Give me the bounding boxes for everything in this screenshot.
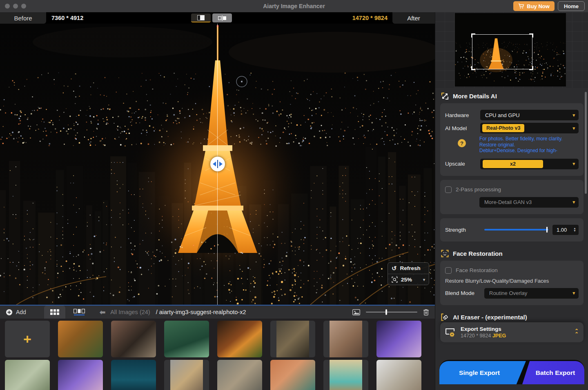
thumb-goats-pasture[interactable] <box>5 360 50 390</box>
thumb-coastal-town[interactable] <box>323 360 368 390</box>
strength-slider[interactable] <box>484 229 548 230</box>
buy-now-label: Buy Now <box>527 3 550 9</box>
export-settings-card[interactable]: Export Settings 14720 * 9824 JPEG ⌃⌃ <box>440 322 584 342</box>
blend-mode-dropdown[interactable]: Routine Overlay ▾ <box>484 288 579 299</box>
thumbnail-image <box>111 360 156 390</box>
thumb-tiger[interactable] <box>58 321 103 357</box>
after-tab[interactable]: After <box>392 12 435 24</box>
thumbnail-image <box>330 321 362 357</box>
thumb-robin-bird[interactable] <box>164 360 209 390</box>
thumbnail-image <box>164 321 209 357</box>
compare-slider-handle[interactable] <box>210 157 225 171</box>
thumb-purple-coral[interactable] <box>376 321 421 357</box>
ai-eraser-icon <box>441 313 449 321</box>
viewport-corner <box>471 66 475 70</box>
single-export-button[interactable]: Single Export <box>439 361 526 384</box>
thumb-butterfly[interactable] <box>111 321 156 357</box>
gan-model-value: More-Detail GAN v3 <box>484 199 532 205</box>
hardware-dropdown[interactable]: CPU and GPU ▾ <box>480 110 579 120</box>
before-tab[interactable]: Before <box>0 12 46 24</box>
grid-view-icon <box>50 309 59 315</box>
title-bar: Aiarty Image Enhancer Buy Now Home <box>0 0 588 12</box>
thumbnail-image <box>217 360 262 390</box>
side-by-side-view-button[interactable] <box>212 13 232 22</box>
app-window: Aiarty Image Enhancer Buy Now Home Befor… <box>0 0 588 390</box>
ai-model-value-pill: Real-Photo v3 <box>482 124 524 132</box>
thumbnail-size-knob[interactable] <box>385 309 387 315</box>
home-label: Home <box>564 3 579 9</box>
thumbnail-size-icon <box>352 309 360 315</box>
blend-mode-label: Blend Mode <box>445 290 484 296</box>
face-restoration-checkbox[interactable] <box>445 267 452 274</box>
zoom-window-icon[interactable] <box>21 4 26 9</box>
strength-slider-knob[interactable] <box>546 227 548 233</box>
side-by-side-icon <box>218 16 226 21</box>
thumb-woman-portrait[interactable] <box>323 321 368 357</box>
more-details-title: More Details AI <box>453 93 497 100</box>
more-details-card: Hardware CPU and GPU ▾ AI Model Real-Pho… <box>440 103 584 176</box>
collapse-chevrons-icon[interactable]: ⌃⌃ <box>575 329 579 336</box>
add-image-button[interactable]: Add <box>6 309 26 316</box>
settings-panel: More Details AI Hardware CPU and GPU ▾ A… <box>435 12 588 390</box>
thumb-vintage-street[interactable] <box>217 360 262 390</box>
filmstrip-view-button[interactable] <box>69 306 90 319</box>
plus-circle-icon <box>6 309 13 316</box>
thumb-deer-snow[interactable] <box>376 360 421 390</box>
split-view-icon <box>197 15 205 20</box>
strength-value: 1.00 <box>557 227 567 233</box>
back-arrow-icon[interactable]: ⬅ <box>100 308 105 317</box>
more-details-section-header: More Details AI <box>435 88 588 103</box>
face-restoration-card: Face Restoration Restore Blurry/Low-Qual… <box>440 261 584 305</box>
export-buttons-bar: Single Export Batch Export <box>439 360 584 384</box>
batch-export-button[interactable]: Batch Export <box>522 361 584 384</box>
strength-stepper[interactable]: ▲▼ <box>573 227 576 232</box>
traffic-lights[interactable] <box>5 4 26 9</box>
navigator-viewport-rect[interactable] <box>472 34 532 69</box>
all-images-link[interactable]: All Images (24) <box>110 309 150 315</box>
add-image-tile[interactable]: + <box>5 321 50 357</box>
navigator-image[interactable] <box>455 13 566 86</box>
strength-value-box[interactable]: 1.00 ▲▼ <box>552 225 579 235</box>
panel-scrollbar[interactable] <box>585 92 587 194</box>
viewport-corner <box>471 33 475 38</box>
buy-now-button[interactable]: Buy Now <box>513 1 555 11</box>
trash-icon[interactable] <box>423 309 429 316</box>
thumbnail-image <box>376 321 421 357</box>
thumbnail-size-slider[interactable] <box>366 309 417 315</box>
refresh-button[interactable]: ↺ Refresh <box>388 263 429 274</box>
ai-model-dropdown[interactable]: Real-Photo v3 ▾ <box>480 123 579 133</box>
thumbnail-image <box>170 360 203 390</box>
home-button[interactable]: Home <box>558 1 585 11</box>
slider-handle-bar <box>217 160 218 168</box>
thumb-steampunk-dog[interactable] <box>270 321 315 357</box>
chevron-down-icon: ▾ <box>572 161 575 166</box>
thumb-harbor-aerial[interactable] <box>270 360 315 390</box>
help-icon[interactable]: ? <box>458 139 466 147</box>
upscale-dropdown[interactable]: x2 ▾ <box>480 159 579 169</box>
split-view-button[interactable] <box>191 13 211 22</box>
viewport-corner <box>529 66 533 70</box>
two-pass-checkbox[interactable] <box>445 186 452 193</box>
thumb-purple-coral-2[interactable] <box>58 360 103 390</box>
slider-left-arrow-icon <box>213 162 216 166</box>
minimize-window-icon[interactable] <box>13 4 18 9</box>
image-canvas[interactable]: ↺ Refresh 25% ▾ <box>0 24 435 305</box>
thumbnail-image <box>111 321 156 357</box>
grid-view-button[interactable] <box>44 306 65 319</box>
gan-model-dropdown[interactable]: More-Detail GAN v3 ▾ <box>479 197 579 208</box>
face-restoration-section-header: Face Restoration <box>435 246 588 261</box>
viewport-corner <box>529 33 533 38</box>
thumb-terrarium-jar[interactable] <box>164 321 209 357</box>
chevron-down-icon: ▾ <box>423 277 425 282</box>
chevron-down-icon: ▾ <box>572 126 575 131</box>
chevron-down-icon: ▾ <box>572 113 575 118</box>
thumb-burger[interactable] <box>217 321 262 357</box>
upscale-label: Upscale <box>445 161 480 167</box>
thumbnail-image <box>376 360 421 390</box>
thumb-bridge-night[interactable] <box>111 360 156 390</box>
zoom-level-dropdown[interactable]: 25% ▾ <box>388 274 429 285</box>
thumbnail-image <box>58 321 103 357</box>
close-window-icon[interactable] <box>5 4 10 9</box>
before-size: 7360 * 4912 <box>51 12 83 24</box>
canvas-zoom-overlay: ↺ Refresh 25% ▾ <box>388 262 429 285</box>
